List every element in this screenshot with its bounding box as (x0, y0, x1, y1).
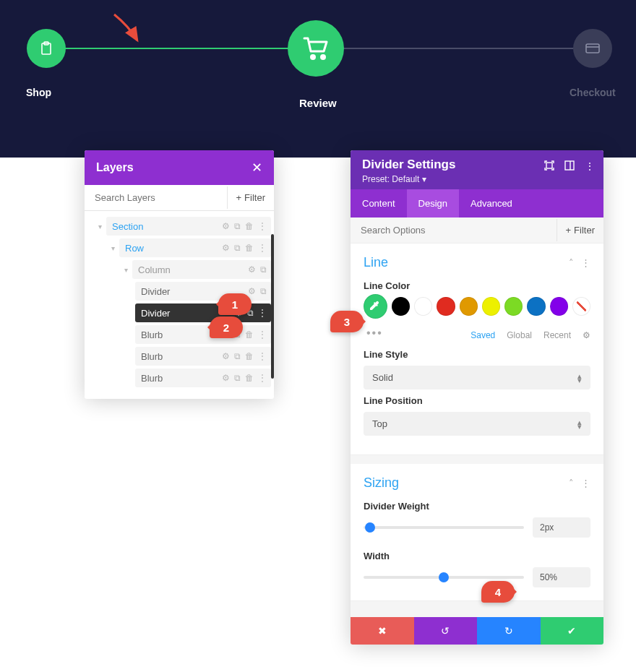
line-position-select[interactable]: Top ▴▾ (364, 412, 590, 436)
chevron-down-icon: ▾ (422, 174, 426, 184)
cancel-button[interactable]: ✖ (351, 617, 414, 645)
gear-icon[interactable]: ⚙ (222, 351, 230, 361)
section-sizing-title: Sizing (364, 475, 399, 491)
settings-preset[interactable]: Preset: Default▾ (362, 174, 426, 184)
section-line-title: Line (364, 255, 388, 270)
gear-icon[interactable]: ⚙ (222, 243, 230, 253)
layers-filter-button[interactable]: + Filter (227, 186, 274, 209)
duplicate-icon[interactable]: ⧉ (234, 221, 241, 231)
settings-filter-button[interactable]: + Filter (556, 219, 603, 241)
more-icon[interactable]: ⋮ (258, 329, 267, 340)
tab-content[interactable]: Content (351, 189, 407, 217)
card-icon (585, 43, 600, 53)
swatch-black[interactable] (392, 297, 410, 316)
color-tab-saved[interactable]: Saved (470, 330, 495, 340)
tree-item-blurb-1[interactable]: Blurb ⚙⧉🗑⋮ (87, 324, 271, 345)
more-icon[interactable]: ⋮ (258, 351, 267, 361)
tree-item-blurb-2[interactable]: Blurb ⚙⧉🗑⋮ (87, 345, 271, 367)
trash-icon[interactable]: 🗑 (245, 329, 254, 340)
tree-item-blurb-3[interactable]: Blurb ⚙⧉🗑⋮ (87, 367, 271, 389)
more-icon[interactable]: ⋮ (581, 257, 590, 268)
color-tab-recent[interactable]: Recent (543, 330, 571, 340)
duplicate-icon[interactable]: ⧉ (234, 243, 241, 253)
weight-slider[interactable] (364, 526, 524, 529)
tree-section-row[interactable]: ▾ Section ⚙ ⧉ 🗑 ⋮ (87, 215, 271, 237)
gear-icon[interactable]: ⚙ (248, 264, 256, 275)
tree-item-label: Divider (141, 308, 170, 319)
select-caret-icon: ▴▾ (577, 420, 582, 428)
weight-slider-thumb[interactable] (365, 522, 375, 533)
tab-design[interactable]: Design (407, 189, 459, 217)
undo-button[interactable]: ↺ (414, 617, 478, 645)
trash-icon[interactable]: 🗑 (245, 351, 254, 361)
gear-icon[interactable]: ⚙ (583, 330, 590, 340)
swatch-white[interactable] (414, 297, 432, 316)
chevron-up-icon[interactable]: ˄ (569, 257, 574, 268)
step-shop[interactable] (27, 29, 66, 68)
tree-column-row[interactable]: ▾ Column ⚙ ⧉ (87, 259, 271, 280)
tree-section-label: Section (112, 221, 143, 232)
tree-item-label: Blurb (141, 351, 163, 362)
step-line-done (46, 48, 289, 49)
layers-title: Layers (96, 161, 134, 174)
line-style-select[interactable]: Solid ▴▾ (364, 366, 590, 389)
callout-1: 1 (218, 293, 252, 315)
layers-panel: Layers ✕ + Filter ▾ Section ⚙ ⧉ 🗑 ⋮ ▾ (85, 150, 274, 399)
step-checkout[interactable] (573, 29, 612, 68)
chevron-down-icon[interactable]: ▾ (122, 266, 129, 274)
more-colors-icon[interactable]: ••• (364, 327, 383, 340)
swatch-red[interactable] (437, 297, 455, 316)
swatch-purple[interactable] (550, 297, 568, 316)
settings-header[interactable]: Divider Settings Preset: Default▾ ⋮ (351, 150, 603, 189)
gear-icon[interactable]: ⚙ (222, 221, 230, 231)
more-icon[interactable]: ⋮ (258, 243, 267, 253)
chevron-up-icon[interactable]: ˄ (569, 478, 574, 488)
chevron-down-icon[interactable]: ▾ (109, 244, 116, 252)
duplicate-icon[interactable]: ⧉ (234, 373, 241, 383)
gear-icon[interactable]: ⚙ (222, 373, 230, 383)
swatch-none[interactable] (572, 297, 590, 316)
panel-icon[interactable] (564, 160, 575, 172)
swatch-lime[interactable] (504, 297, 523, 316)
duplicate-icon[interactable]: ⧉ (260, 264, 267, 275)
clipboard-icon (40, 41, 53, 56)
tree-row-row[interactable]: ▾ Row ⚙ ⧉ 🗑 ⋮ (87, 237, 271, 259)
swatch-blue[interactable] (527, 297, 545, 316)
tab-advanced[interactable]: Advanced (459, 189, 524, 217)
swatch-yellow[interactable] (482, 297, 500, 316)
layers-search-input[interactable] (85, 185, 227, 210)
layers-scrollbar[interactable] (271, 234, 274, 379)
step-review[interactable] (288, 20, 344, 77)
focus-icon[interactable] (544, 160, 554, 172)
color-tabs: Saved Global Recent ⚙ (470, 330, 590, 340)
trash-icon[interactable]: 🗑 (245, 221, 254, 231)
width-slider-thumb[interactable] (439, 572, 449, 582)
width-value[interactable]: 50% (533, 567, 590, 587)
close-icon: ✖ (378, 625, 387, 637)
settings-search-row: + Filter (351, 217, 603, 244)
trash-icon[interactable]: 🗑 (245, 243, 254, 253)
save-button[interactable]: ✔ (541, 617, 604, 645)
chevron-down-icon[interactable]: ▾ (96, 223, 103, 231)
callout-3: 3 (330, 311, 364, 332)
redo-button[interactable]: ↻ (477, 617, 541, 645)
swatch-green-active[interactable] (364, 294, 387, 319)
close-icon[interactable]: ✕ (252, 160, 262, 176)
weight-label: Divider Weight (364, 501, 590, 512)
settings-search-input[interactable] (351, 217, 556, 243)
trash-icon[interactable]: 🗑 (245, 373, 254, 383)
more-icon[interactable]: ⋮ (258, 373, 267, 383)
width-slider[interactable] (364, 576, 524, 579)
layers-header[interactable]: Layers ✕ (85, 150, 274, 185)
more-icon[interactable]: ⋮ (258, 221, 267, 231)
swatch-orange[interactable] (460, 297, 478, 316)
duplicate-icon[interactable]: ⧉ (260, 286, 267, 296)
weight-value[interactable]: 2px (533, 517, 590, 538)
check-icon: ✔ (567, 625, 576, 637)
duplicate-icon[interactable]: ⧉ (234, 351, 241, 361)
color-tab-global[interactable]: Global (507, 330, 532, 340)
more-icon[interactable]: ⋮ (581, 478, 590, 488)
gear-icon[interactable]: ⚙ (248, 286, 256, 296)
more-icon[interactable]: ⋮ (258, 308, 267, 318)
more-icon[interactable]: ⋮ (585, 160, 595, 172)
